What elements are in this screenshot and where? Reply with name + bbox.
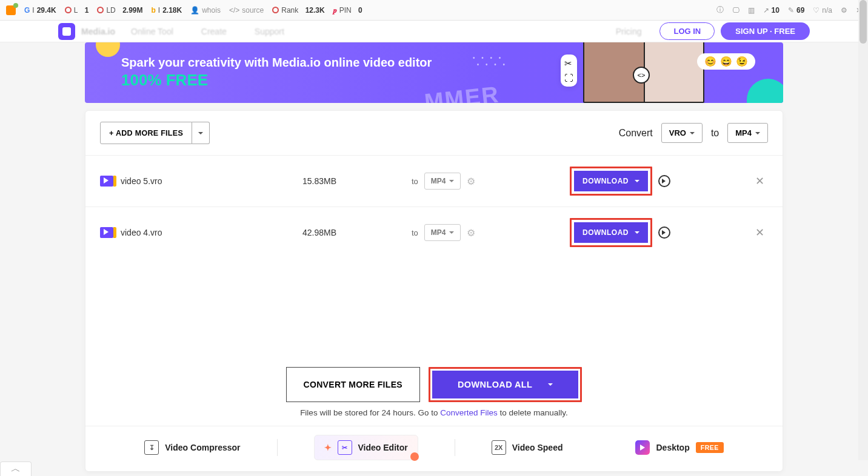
circle-deco bbox=[747, 79, 783, 103]
nav-online-tool[interactable]: Online Tool bbox=[131, 27, 173, 36]
slider-handle-icon: <> bbox=[633, 67, 650, 84]
nav-support[interactable]: Support bbox=[255, 27, 284, 36]
whois-link[interactable]: 👤 whois bbox=[190, 6, 221, 15]
bottom-actions: CONVERT MORE FILES DOWNLOAD ALL bbox=[85, 367, 783, 402]
storage-note: Files will be stored for 24 hours. Go to… bbox=[85, 408, 783, 417]
banner-text: Spark your creativity with Media.io onli… bbox=[121, 55, 432, 91]
google-icon: G bbox=[24, 6, 30, 15]
circle-icon bbox=[97, 7, 104, 13]
nav-create[interactable]: Create bbox=[201, 27, 227, 36]
chevron-down-icon bbox=[635, 180, 639, 185]
editor-icon: ✂ bbox=[338, 440, 352, 455]
file-row: video 4.vro 42.98MB to MP4 ⚙ DOWNLOAD ✕ bbox=[85, 207, 783, 258]
edit-metric[interactable]: ✎ 69 bbox=[788, 6, 804, 15]
chart-icon[interactable]: ▥ bbox=[748, 6, 755, 15]
convert-more-files-button[interactable]: CONVERT MORE FILES bbox=[286, 367, 420, 402]
pinterest-icon: 𝒑 bbox=[333, 6, 337, 15]
speed-icon: 2X bbox=[492, 440, 506, 455]
divider bbox=[277, 439, 278, 456]
file-size: 42.98MB bbox=[302, 228, 412, 237]
tool-panel-icon: ✂⛶ bbox=[561, 55, 577, 87]
converter-card: + ADD MORE FILES Convert VRO to MP4 vide… bbox=[85, 110, 783, 472]
card-toolbar: + ADD MORE FILES Convert VRO to MP4 bbox=[85, 111, 783, 155]
google-metric[interactable]: G I29.4K bbox=[24, 6, 56, 15]
banner-deco-text: MMER bbox=[423, 82, 501, 103]
chevron-down-icon bbox=[548, 383, 553, 388]
download-button[interactable]: DOWNLOAD bbox=[574, 222, 648, 243]
play-icon[interactable] bbox=[658, 175, 670, 187]
extension-toolbar: G I29.4K L 1 LD 2.99M b I2.18K 👤 whois <… bbox=[0, 0, 868, 21]
signup-button[interactable]: SIGN UP · FREE bbox=[721, 22, 810, 40]
crop-icon: ⛶ bbox=[564, 73, 573, 83]
promo-video-editor[interactable]: ✦ ✂ Video Editor bbox=[314, 435, 418, 460]
file-name: video 5.vro bbox=[121, 176, 302, 186]
chevron-down-icon bbox=[755, 132, 760, 137]
brand-logo-icon[interactable] bbox=[58, 23, 75, 40]
gear-icon[interactable]: ⚙ bbox=[467, 176, 475, 187]
links-metric[interactable]: L 1 bbox=[65, 6, 89, 15]
chevron-down-icon bbox=[449, 231, 454, 236]
monitor-icon[interactable]: 🖵 bbox=[732, 6, 739, 15]
promo-row: ↧ Video Compressor ✦ ✂ Video Editor 2X V… bbox=[85, 426, 783, 471]
bing-metric[interactable]: b I2.18K bbox=[151, 6, 182, 15]
file-size: 15.83MB bbox=[302, 176, 412, 186]
nav-pricing[interactable]: Pricing bbox=[616, 27, 642, 36]
highlight-box: DOWNLOAD bbox=[570, 167, 652, 196]
promo-banner[interactable]: Spark your creativity with Media.io onli… bbox=[85, 42, 783, 103]
to-label: to bbox=[412, 177, 418, 186]
play-icon[interactable] bbox=[658, 226, 670, 239]
highlight-box: DOWNLOAD ALL bbox=[429, 367, 582, 402]
download-button[interactable]: DOWNLOAD bbox=[574, 171, 648, 191]
chevron-down-icon bbox=[449, 180, 454, 185]
to-label: to bbox=[412, 228, 418, 237]
rank-metric[interactable]: Rank 12.3K bbox=[272, 6, 324, 15]
file-row: video 5.vro 15.83MB to MP4 ⚙ DOWNLOAD ✕ bbox=[85, 155, 783, 207]
health-metric[interactable]: ♡ n/a bbox=[813, 6, 832, 15]
add-files-button[interactable]: + ADD MORE FILES bbox=[100, 122, 192, 144]
download-all-button[interactable]: DOWNLOAD ALL bbox=[432, 371, 578, 398]
compress-icon: ↧ bbox=[144, 440, 159, 455]
divider bbox=[455, 439, 455, 456]
converted-files-link[interactable]: Converted Files bbox=[440, 408, 498, 417]
file-name: video 4.vro bbox=[121, 228, 302, 237]
video-file-icon bbox=[100, 227, 113, 238]
remove-file-button[interactable]: ✕ bbox=[670, 226, 764, 239]
circle-icon bbox=[65, 7, 72, 13]
pin-metric[interactable]: 𝒑 PIN 0 bbox=[333, 6, 362, 15]
promo-video-compressor[interactable]: ↧ Video Compressor bbox=[144, 440, 240, 455]
add-files-dropdown[interactable] bbox=[192, 122, 210, 144]
brand-name[interactable]: Media.io bbox=[81, 27, 115, 36]
row-format-select[interactable]: MP4 bbox=[424, 224, 461, 241]
source-format-select[interactable]: VRO bbox=[661, 123, 703, 143]
sparkle-icon: ✦ bbox=[324, 443, 332, 452]
vertical-scrollbar[interactable] bbox=[858, 0, 868, 460]
bing-icon: b bbox=[151, 6, 155, 15]
target-format-select[interactable]: MP4 bbox=[727, 123, 768, 143]
info-icon[interactable]: ⓘ bbox=[716, 5, 724, 15]
row-format-select[interactable]: MP4 bbox=[424, 173, 461, 190]
ld-metric[interactable]: LD 2.99M bbox=[97, 6, 142, 15]
dots-deco: • • • • • • • • bbox=[473, 55, 507, 68]
circle-icon bbox=[272, 7, 279, 13]
to-label: to bbox=[711, 128, 719, 139]
footer-expand-tab[interactable]: ︿ bbox=[0, 461, 32, 476]
login-button[interactable]: LOG IN bbox=[659, 22, 715, 40]
scrollbar-thumb[interactable] bbox=[860, 0, 867, 44]
emoji-bubble: 😊😄😉 bbox=[697, 53, 755, 70]
scissors-icon: ✂ bbox=[564, 58, 573, 69]
source-link[interactable]: </> source bbox=[229, 6, 264, 15]
gear-icon[interactable]: ⚙ bbox=[841, 6, 847, 15]
sq-logo-icon bbox=[6, 5, 16, 15]
desktop-app-icon bbox=[635, 440, 650, 455]
chevron-down-icon bbox=[690, 132, 695, 137]
external-metric[interactable]: ↗ 10 bbox=[763, 6, 780, 15]
gear-icon[interactable]: ⚙ bbox=[467, 227, 475, 239]
promo-video-speed[interactable]: 2X Video Speed bbox=[492, 440, 563, 455]
promo-desktop[interactable]: Desktop FREE bbox=[635, 440, 723, 455]
convert-label: Convert bbox=[619, 128, 653, 139]
sun-icon bbox=[96, 42, 120, 57]
highlight-box: DOWNLOAD bbox=[570, 218, 652, 247]
video-file-icon bbox=[100, 176, 113, 187]
remove-file-button[interactable]: ✕ bbox=[670, 174, 764, 188]
site-navbar: Media.io Online Tool Create Support Pric… bbox=[0, 21, 868, 42]
